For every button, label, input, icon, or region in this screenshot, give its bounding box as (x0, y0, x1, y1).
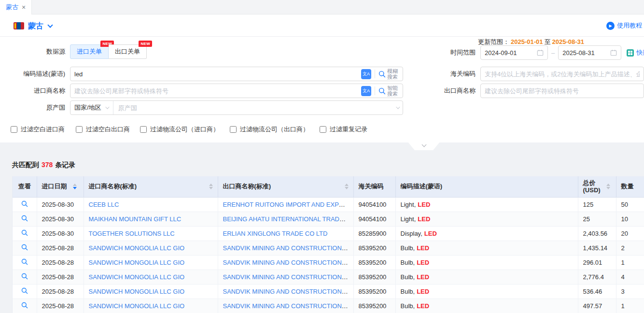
tab-import-declarations[interactable]: 进口关单 NEW (70, 44, 109, 59)
checkbox-filter-duplicates[interactable]: 过滤重复记录 (320, 125, 367, 134)
sort-icon[interactable] (606, 184, 610, 189)
importer-inputbox: 文A 智能搜索 (70, 84, 403, 98)
importer-link[interactable]: MAIKHAN MOUNTAIN GIFT LLC (89, 215, 182, 223)
cell-price: 536.46 (578, 284, 616, 299)
exporter-link[interactable]: ERLIAN XINGLONG TRADE CO LTD (223, 230, 328, 237)
country-selector[interactable]: 蒙古 (28, 21, 43, 31)
sort-icon[interactable] (209, 184, 213, 189)
led-highlight: LED (418, 215, 430, 223)
led-highlight: LED (424, 230, 437, 237)
checkbox[interactable] (11, 126, 17, 133)
tab-bar: 蒙古 × (0, 0, 644, 14)
fuzzy-search-button[interactable]: 模糊搜索 (378, 68, 399, 80)
view-record-icon[interactable] (21, 302, 28, 309)
col-exporter[interactable]: 出口商名称(标准) (218, 176, 353, 197)
led-highlight: LED (417, 288, 429, 295)
smart-search-button[interactable]: 智能搜索 (378, 85, 399, 97)
checkbox-filter-blank-importer[interactable]: 过滤空白进口商 (11, 125, 65, 134)
cell-hs-code: 85395200 (353, 255, 395, 270)
table-row: 2025-08-28 SANDWICH MONGOLIA LLC GIO SAN… (13, 284, 644, 299)
chevron-down-icon (396, 105, 400, 109)
sort-icon[interactable] (345, 184, 349, 189)
checkbox-filter-logistics-exporter[interactable]: 过滤物流公司（出口商） (230, 125, 309, 134)
update-range-to: 2025-08-31 (552, 38, 585, 45)
cell-qty: 10 (616, 212, 644, 226)
col-import-date[interactable]: 进口日期 (37, 176, 84, 197)
checkbox-filter-blank-exporter[interactable]: 过滤空白出口商 (76, 125, 130, 134)
tutorial-icon: ▶ (606, 22, 615, 30)
exporter-link[interactable]: SANDVIK MINING AND CONSTRUCTION L... (223, 302, 352, 310)
importer-link[interactable]: TOGETHER SOLUTIONS LLC (89, 230, 175, 237)
code-desc-input[interactable] (74, 71, 361, 78)
col-total-price[interactable]: 总价 (USD) (578, 176, 616, 197)
collapse-filter-handle[interactable] (408, 142, 440, 150)
cell-hs-code: 85285900 (353, 226, 395, 241)
chevron-down-icon[interactable] (47, 22, 53, 28)
cell-price: 2,403.56 (578, 226, 616, 241)
col-view: 查看 (13, 176, 37, 197)
tutorial-link[interactable]: ▶ 使用教程 (606, 21, 642, 30)
importer-link[interactable]: CEEB LLC (89, 201, 119, 208)
origin-input[interactable] (118, 104, 396, 112)
importer-link[interactable]: SANDWICH MONGOLIA LLC GIO (89, 302, 185, 310)
checkbox-filter-logistics-importer[interactable]: 过滤物流公司（进口商） (140, 125, 219, 134)
led-highlight: LED (417, 244, 429, 252)
importer-link[interactable]: SANDWICH MONGOLIA LLC GIO (89, 288, 185, 295)
calendar-icon (610, 49, 617, 56)
view-record-icon[interactable] (21, 200, 28, 207)
tutorial-label: 使用教程 (617, 21, 642, 30)
start-date-input[interactable]: 2024-09-01 (480, 45, 548, 60)
quick-select-button[interactable]: 快捷 (627, 48, 644, 57)
code-desc-inputbox: 文A 模糊搜索 (70, 67, 403, 81)
importer-input[interactable] (74, 87, 361, 95)
exporter-input[interactable] (485, 87, 640, 95)
exporter-link[interactable]: ERENHOT RUITONG IMPORT AND EXPORT ... (223, 201, 354, 208)
hs-code-input[interactable] (485, 71, 640, 78)
checkbox[interactable] (140, 126, 147, 133)
exporter-link[interactable]: SANDVIK MINING AND CONSTRUCTION L... (223, 244, 352, 252)
cell-qty: 20 (616, 226, 644, 241)
checkbox[interactable] (76, 126, 83, 133)
translate-icon[interactable]: 文A (361, 86, 371, 96)
cell-date: 2025-08-28 (37, 255, 84, 270)
checkbox[interactable] (230, 126, 237, 133)
view-record-icon[interactable] (21, 244, 28, 251)
end-date-input[interactable]: 2025-08-31 (558, 45, 621, 60)
cell-price: 2,776.4 (578, 270, 616, 284)
tab-export-declarations[interactable]: 出口关单 NEW (109, 44, 147, 59)
led-highlight: LED (417, 273, 429, 281)
cell-qty: 3 (616, 284, 644, 299)
cell-desc: Light,LED (395, 212, 578, 226)
exporter-link[interactable]: SANDVIK MINING AND CONSTRUCTION L... (223, 259, 352, 266)
checkbox[interactable] (320, 126, 326, 133)
tab-mongolia[interactable]: 蒙古 × (0, 0, 32, 14)
tab-close-icon[interactable]: × (22, 4, 26, 11)
importer-label: 进口商名称 (14, 84, 65, 98)
data-source-tabs: 进口关单 NEW 出口关单 NEW (70, 44, 147, 59)
view-record-icon[interactable] (21, 215, 28, 222)
translate-icon[interactable]: 文A (361, 69, 371, 79)
importer-link[interactable]: SANDWICH MONGOLIA LLC GIO (89, 244, 185, 252)
origin-type-select[interactable]: 国家/地区 (74, 101, 113, 114)
exporter-link[interactable]: BEIJING AHATU INTERNATIONAL TRADE C... (223, 215, 354, 223)
importer-link[interactable]: SANDWICH MONGOLIA LLC GIO (89, 259, 185, 266)
importer-link[interactable]: SANDWICH MONGOLIA LLC GIO (89, 273, 185, 281)
table-row: 2025-08-30 TOGETHER SOLUTIONS LLC ERLIAN… (13, 226, 644, 241)
sort-icon[interactable] (73, 184, 77, 189)
view-record-icon[interactable] (21, 287, 28, 294)
exporter-link[interactable]: SANDVIK MINING AND CONSTRUCTION L... (223, 273, 352, 281)
col-importer[interactable]: 进口商名称(标准) (84, 176, 218, 197)
cell-desc: Bulb,LED (395, 299, 578, 313)
mongolia-flag-icon (14, 22, 24, 29)
time-range-label: 时间范围 (429, 45, 476, 60)
divider (375, 86, 375, 95)
view-record-icon[interactable] (21, 273, 28, 280)
table-row: 2025-08-28 SANDWICH MONGOLIA LLC GIO SAN… (13, 255, 644, 270)
exporter-link[interactable]: SANDVIK MINING AND CONSTRUCTION L... (223, 288, 352, 295)
cell-qty: 50 (616, 197, 644, 212)
cell-desc: Bulb,LED (395, 255, 578, 270)
led-highlight: LED (417, 259, 429, 266)
view-record-icon[interactable] (21, 258, 28, 265)
cell-qty: 4 (616, 270, 644, 284)
view-record-icon[interactable] (21, 229, 28, 236)
